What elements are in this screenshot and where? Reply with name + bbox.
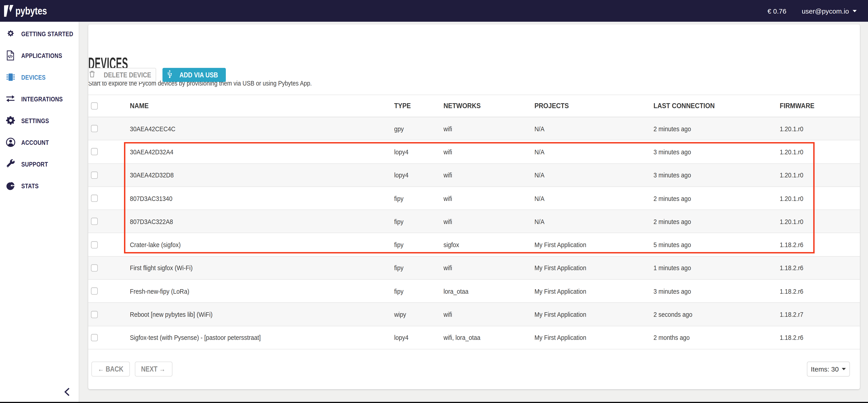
caret-down-icon — [842, 368, 846, 370]
device-row[interactable]: Fresh-new-fipy (LoRa) fipy lora_otaa My … — [88, 280, 860, 303]
device-firmware: 1.18.2.r7 — [769, 310, 860, 318]
device-name: Sigfox-test (with Pysense) - [pastoor pe… — [122, 334, 387, 341]
row-checkbox[interactable] — [91, 241, 98, 248]
device-last-connection: 2 minutes ago — [647, 218, 769, 225]
top-navbar: pybytes € 0.76 user@pycom.io — [0, 0, 868, 22]
device-firmware: 1.18.2.r6 — [769, 334, 860, 341]
row-checkbox[interactable] — [91, 264, 98, 272]
account-balance: € 0.76 — [768, 7, 786, 15]
table-body: 30AEA42CEC4C gpy wifi N/A 2 minutes ago … — [88, 117, 860, 349]
device-last-connection: 2 minutes ago — [647, 125, 769, 132]
screen-bottom-edge — [0, 402, 868, 403]
device-networks: wifi — [437, 264, 527, 272]
user-icon — [5, 137, 16, 148]
row-checkbox[interactable] — [91, 334, 98, 341]
column-header-type: TYPE — [387, 102, 437, 110]
swap-arrows-icon — [5, 93, 16, 104]
device-networks: sigfox — [437, 241, 527, 248]
sidebar-item-settings[interactable]: SETTINGS — [0, 110, 79, 131]
column-header-networks: NETWORKS — [437, 102, 527, 110]
device-row[interactable]: 30AEA42CEC4C gpy wifi N/A 2 minutes ago … — [88, 117, 860, 141]
column-header-last-connection: LAST CONNECTION — [647, 102, 769, 110]
sidebar-item-getting-started[interactable]: GETTING STARTED — [0, 23, 79, 44]
device-projects: My First Application — [527, 334, 647, 341]
device-last-connection: 2 minutes ago — [647, 194, 769, 202]
device-networks: wifi, lora_otaa — [437, 334, 527, 341]
device-row[interactable]: Crater-lake (sigfox) fipy sigfox My Firs… — [88, 233, 860, 257]
select-all-checkbox[interactable] — [91, 102, 98, 110]
device-projects: My First Application — [527, 264, 647, 272]
device-row[interactable]: First flight sigfox (Wi-Fi) fipy wifi My… — [88, 257, 860, 280]
device-networks: wifi — [437, 125, 527, 132]
gear-icon — [5, 115, 16, 126]
device-last-connection: 2 seconds ago — [647, 310, 769, 318]
add-via-usb-button[interactable]: ADD VIA USB — [162, 68, 226, 82]
device-row[interactable]: 807D3AC31340 fipy wifi N/A 2 minutes ago… — [88, 187, 860, 210]
device-last-connection: 2 months ago — [647, 334, 769, 341]
trash-icon — [89, 70, 95, 80]
sidebar-item-applications[interactable]: APPLICATIONS — [0, 44, 79, 66]
row-checkbox[interactable] — [91, 311, 98, 318]
user-menu[interactable]: user@pycom.io — [802, 7, 857, 15]
device-row[interactable]: 30AEA42D32D8 lopy4 wifi N/A 3 minutes ag… — [88, 164, 860, 187]
device-last-connection: 1 minutes ago — [647, 264, 769, 272]
delete-device-button[interactable]: DELETE DEVICE — [88, 68, 156, 82]
device-type: lopy4 — [387, 148, 437, 156]
device-row[interactable]: 807D3AC322A8 fipy wifi N/A 2 minutes ago… — [88, 210, 860, 233]
device-last-connection: 3 minutes ago — [647, 287, 769, 295]
row-checkbox[interactable] — [91, 287, 98, 294]
device-projects: N/A — [527, 194, 647, 202]
pybytes-logo[interactable]: pybytes — [0, 5, 54, 17]
next-button[interactable]: NEXT → — [135, 362, 172, 376]
sidebar-item-stats[interactable]: STATS — [0, 175, 79, 196]
device-type: wipy — [387, 310, 437, 318]
device-row[interactable]: Sigfox-test (with Pysense) - [pastoor pe… — [88, 326, 860, 349]
device-type: lopy4 — [387, 334, 437, 341]
sidebar-collapse-button[interactable] — [63, 388, 72, 397]
device-type: gpy — [387, 125, 437, 132]
device-type: fipy — [387, 194, 437, 202]
device-projects: N/A — [527, 125, 647, 132]
device-name: Reboot [new pybytes lib] (WiFi) — [122, 310, 387, 318]
device-name: First flight sigfox (Wi-Fi) — [122, 264, 387, 272]
column-header-projects: PROJECTS — [527, 102, 647, 110]
device-name: 30AEA42CEC4C — [122, 125, 387, 132]
device-last-connection: 5 minutes ago — [647, 241, 769, 248]
sidebar-item-devices[interactable]: DEVICES — [0, 66, 79, 88]
device-name: Fresh-new-fipy (LoRa) — [122, 287, 387, 295]
device-projects: N/A — [527, 171, 647, 179]
user-email: user@pycom.io — [802, 7, 849, 15]
column-header-name: NAME — [122, 102, 387, 110]
items-per-page-dropdown[interactable]: Items: 30 — [807, 361, 850, 376]
row-checkbox[interactable] — [91, 171, 98, 179]
device-projects: My First Application — [527, 241, 647, 248]
device-name: 807D3AC322A8 — [122, 218, 387, 225]
device-networks: wifi — [437, 148, 527, 156]
wrench-icon — [5, 158, 16, 169]
device-networks: wifi — [437, 218, 527, 225]
sidebar-item-support[interactable]: SUPPORT — [0, 153, 79, 175]
device-name: 807D3AC31340 — [122, 194, 387, 202]
device-firmware: 1.20.1.r0 — [769, 125, 860, 132]
device-row[interactable]: 30AEA42D32A4 lopy4 wifi N/A 3 minutes ag… — [88, 141, 860, 164]
device-row[interactable]: Reboot [new pybytes lib] (WiFi) wipy wif… — [88, 303, 860, 326]
sun-icon — [5, 28, 16, 39]
device-type: fipy — [387, 287, 437, 295]
row-checkbox[interactable] — [91, 218, 98, 225]
row-checkbox[interactable] — [91, 125, 98, 132]
back-button[interactable]: ← BACK — [91, 362, 130, 376]
row-checkbox[interactable] — [91, 195, 98, 202]
device-projects: My First Application — [527, 287, 647, 295]
sidebar-item-account[interactable]: ACCOUNT — [0, 131, 79, 153]
device-last-connection: 3 minutes ago — [647, 171, 769, 179]
device-firmware: 1.20.1.r0 — [769, 148, 860, 156]
sidebar-item-integrations[interactable]: INTEGRATIONS — [0, 88, 79, 110]
device-projects: My First Application — [527, 310, 647, 318]
pagination: ← BACK NEXT → — [91, 362, 172, 376]
logo-text: pybytes — [16, 5, 47, 17]
toolbar: DELETE DEVICE ADD VIA USB — [88, 68, 226, 82]
chevron-left-icon — [63, 390, 71, 397]
device-type: fipy — [387, 241, 437, 248]
row-checkbox[interactable] — [91, 148, 98, 155]
device-firmware: 1.18.2.r6 — [769, 264, 860, 272]
